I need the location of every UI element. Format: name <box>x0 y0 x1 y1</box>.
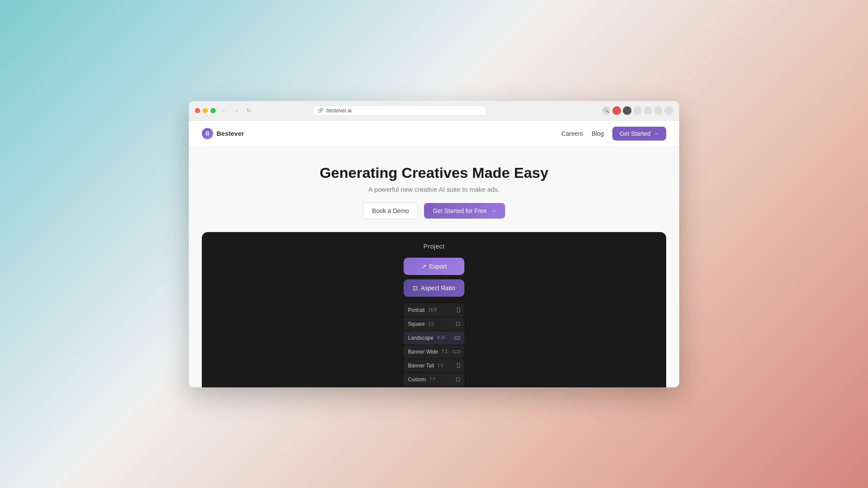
hero-subtitle: A powerful new creative AI suite to make… <box>368 186 500 193</box>
ratio-landscape-value: 9:16 <box>437 335 445 340</box>
ratio-banner-wide-icon <box>453 350 460 353</box>
close-button[interactable] <box>195 108 200 113</box>
site-nav-links: Careers Blog Get Started → <box>562 127 666 141</box>
export-button[interactable]: ↗ Export <box>404 258 464 275</box>
ratio-landscape[interactable]: Landscape 9:16 <box>404 331 464 344</box>
ratio-banner-tall-icon <box>457 363 460 368</box>
get-started-nav-label: Get Started <box>619 130 651 137</box>
url-text: bestever.ai <box>326 108 352 114</box>
app-panel: Project ↗ Export ⊡ Aspect Ratio Portrait… <box>202 232 666 387</box>
address-bar[interactable]: 🔗 bestever.ai <box>313 105 487 116</box>
landscape-shape <box>454 336 460 340</box>
ratio-banner-tall-label: Banner Tall <box>408 363 434 369</box>
ratio-banner-wide-label: Banner Wide <box>408 349 438 355</box>
ext-red-icon[interactable] <box>612 106 621 115</box>
banner-wide-shape <box>453 350 460 353</box>
ext-icon-5[interactable] <box>654 106 663 115</box>
maximize-button[interactable] <box>210 108 216 113</box>
minimize-button[interactable] <box>203 108 208 113</box>
ratio-banner-tall[interactable]: Banner Tall 1:1 <box>404 359 464 372</box>
ratio-portrait-value: 16:9 <box>428 308 437 312</box>
careers-link[interactable]: Careers <box>562 130 583 137</box>
blog-link[interactable]: Blog <box>592 130 604 137</box>
ratio-custom-value: ?:? <box>429 377 435 382</box>
ratio-banner-tall-value: 1:1 <box>437 363 444 368</box>
banner-tall-shape <box>457 363 460 368</box>
lock-icon: 🔗 <box>318 108 324 113</box>
ratio-portrait[interactable]: Portrait 16:9 <box>404 304 464 317</box>
ratio-square-value: 1:1 <box>428 321 434 326</box>
browser-nav: ← → ↻ <box>220 106 253 115</box>
ratio-portrait-label: Portrait <box>408 307 425 313</box>
ratio-banner-wide-value: 7:1 <box>441 349 447 354</box>
forward-button[interactable]: → <box>232 106 241 115</box>
ratio-portrait-icon <box>457 308 460 312</box>
get-started-hero-button[interactable]: Get Started for Free → <box>424 203 505 219</box>
hero-buttons: Book a Demo Get Started for Free → <box>363 203 505 219</box>
ratio-custom-label: Custom <box>408 377 426 383</box>
aspect-ratio-label: Aspect Ratio <box>421 285 455 291</box>
hero-title: Generating Creatives Made Easy <box>319 164 548 181</box>
ratio-custom[interactable]: Custom ?:? <box>404 373 464 386</box>
browser-toolbar-right: 🔍 <box>602 106 673 115</box>
get-started-nav-arrow: → <box>653 130 659 137</box>
ratio-list: Portrait 16:9 Square 1:1 <box>404 304 464 386</box>
ext-icon-3[interactable] <box>633 106 642 115</box>
browser-chrome: ← → ↻ 🔗 bestever.ai 🔍 <box>189 101 679 121</box>
ratio-custom-icon <box>456 377 460 381</box>
get-started-hero-arrow: → <box>490 207 496 214</box>
ext-icon-4[interactable] <box>644 106 652 115</box>
aspect-ratio-icon: ⊡ <box>413 285 418 291</box>
ratio-square-label: Square <box>408 321 425 327</box>
ratio-square-icon <box>456 322 460 326</box>
refresh-button[interactable]: ↻ <box>244 106 253 115</box>
custom-shape <box>456 377 460 381</box>
ext-dark-icon[interactable] <box>623 106 631 115</box>
book-demo-button[interactable]: Book a Demo <box>363 203 418 219</box>
site-nav: B Bestever Careers Blog Get Started → <box>189 121 679 147</box>
search-extension-icon[interactable]: 🔍 <box>602 106 611 115</box>
back-button[interactable]: ← <box>220 106 229 115</box>
logo-icon: B <box>202 128 213 139</box>
page-content: B Bestever Careers Blog Get Started → Ge… <box>189 121 679 387</box>
get-started-nav-button[interactable]: Get Started → <box>612 127 666 141</box>
export-icon: ↗ <box>421 263 427 270</box>
hero-section: Generating Creatives Made Easy A powerfu… <box>189 147 679 232</box>
panel-title: Project <box>424 242 445 250</box>
site-logo: B Bestever <box>202 128 244 139</box>
ratio-square[interactable]: Square 1:1 <box>404 318 464 331</box>
square-shape <box>456 322 460 326</box>
export-label: Export <box>429 263 447 270</box>
ratio-banner-wide[interactable]: Banner Wide 7:1 <box>404 345 464 358</box>
traffic-lights <box>195 108 216 113</box>
ext-icon-6[interactable] <box>664 106 673 115</box>
browser-window: ← → ↻ 🔗 bestever.ai 🔍 B Bestever <box>189 101 679 387</box>
aspect-ratio-button[interactable]: ⊡ Aspect Ratio <box>404 279 464 297</box>
ratio-landscape-label: Landscape <box>408 335 434 341</box>
brand-name: Bestever <box>217 130 244 137</box>
get-started-hero-label: Get Started for Free <box>433 207 487 214</box>
portrait-shape <box>457 308 460 312</box>
logo-letter: B <box>206 131 210 137</box>
ratio-landscape-icon <box>454 336 460 340</box>
